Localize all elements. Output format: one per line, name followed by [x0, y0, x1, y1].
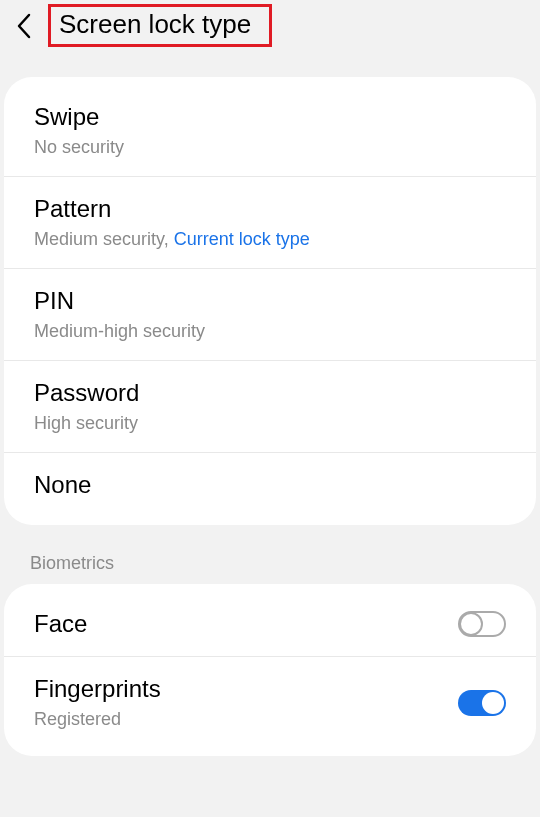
- biometrics-card: Face Fingerprints Registered: [4, 584, 536, 756]
- lock-type-swipe[interactable]: Swipe No security: [4, 85, 536, 177]
- lock-type-sub: Medium security, Current lock type: [34, 229, 506, 250]
- lock-type-sub: No security: [34, 137, 506, 158]
- biometric-sub: Registered: [34, 709, 161, 730]
- biometric-label: Fingerprints: [34, 675, 161, 703]
- face-toggle[interactable]: [458, 611, 506, 637]
- biometric-fingerprints[interactable]: Fingerprints Registered: [4, 657, 536, 748]
- lock-type-label: Password: [34, 379, 506, 407]
- lock-type-label: PIN: [34, 287, 506, 315]
- lock-type-sub: High security: [34, 413, 506, 434]
- lock-types-card: Swipe No security Pattern Medium securit…: [4, 77, 536, 525]
- lock-type-label: Pattern: [34, 195, 506, 223]
- back-icon[interactable]: [10, 12, 38, 40]
- lock-type-password[interactable]: Password High security: [4, 361, 536, 453]
- fingerprints-toggle[interactable]: [458, 690, 506, 716]
- lock-type-sub: Medium-high security: [34, 321, 506, 342]
- title-highlight: Screen lock type: [48, 4, 272, 47]
- biometric-label: Face: [34, 610, 87, 638]
- biometric-face[interactable]: Face: [4, 592, 536, 657]
- lock-type-label: None: [34, 471, 506, 499]
- lock-type-none[interactable]: None: [4, 453, 536, 517]
- lock-type-pattern[interactable]: Pattern Medium security, Current lock ty…: [4, 177, 536, 269]
- biometrics-header: Biometrics: [0, 525, 540, 584]
- lock-type-label: Swipe: [34, 103, 506, 131]
- lock-type-pin[interactable]: PIN Medium-high security: [4, 269, 536, 361]
- current-lock-tag: Current lock type: [174, 229, 310, 249]
- page-title: Screen lock type: [59, 9, 251, 40]
